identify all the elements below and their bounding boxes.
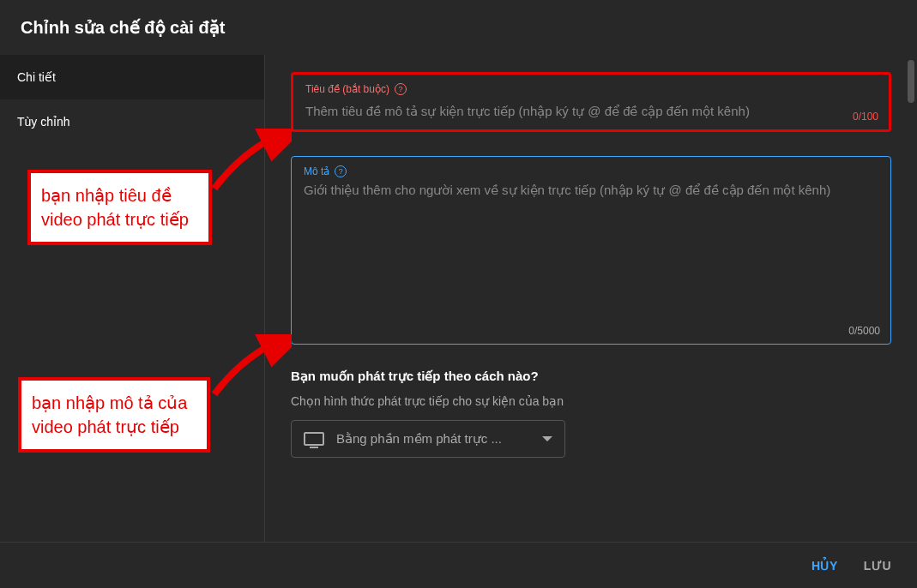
title-label: Tiêu đề (bắt buộc) ? bbox=[305, 83, 877, 95]
description-field-box[interactable]: Mô tả ? 0/5000 bbox=[291, 156, 891, 345]
description-input[interactable] bbox=[304, 177, 878, 332]
help-icon[interactable]: ? bbox=[395, 83, 407, 95]
sidebar-item-details[interactable]: Chi tiết bbox=[0, 55, 264, 99]
stream-method-title: Bạn muốn phát trực tiếp theo cách nào? bbox=[291, 369, 891, 384]
description-label: Mô tả ? bbox=[304, 165, 878, 177]
title-char-count: 0/100 bbox=[853, 111, 878, 123]
annotation-arrow-icon bbox=[206, 334, 292, 403]
dialog-title: Chỉnh sửa chế độ cài đặt bbox=[0, 0, 917, 55]
title-input[interactable] bbox=[305, 95, 877, 121]
help-icon[interactable]: ? bbox=[335, 165, 347, 177]
save-button[interactable]: LƯU bbox=[864, 559, 891, 573]
description-char-count: 0/5000 bbox=[848, 325, 880, 337]
scrollbar-thumb[interactable] bbox=[908, 60, 914, 103]
title-label-text: Tiêu đề (bắt buộc) bbox=[305, 83, 389, 95]
dropdown-selected-text: Bằng phần mềm phát trực ... bbox=[336, 431, 530, 447]
annotation-callout-description: bạn nhập mô tả của video phát trực tiếp bbox=[18, 377, 210, 453]
cancel-button[interactable]: HỦY bbox=[811, 559, 838, 573]
title-field-box[interactable]: Tiêu đề (bắt buộc) ? 0/100 bbox=[291, 72, 891, 132]
stream-method-subtitle: Chọn hình thức phát trực tiếp cho sự kiệ… bbox=[291, 394, 891, 408]
annotation-callout-title: bạn nhập tiêu đề video phát trực tiếp bbox=[27, 170, 212, 245]
annotation-arrow-icon bbox=[206, 129, 292, 197]
description-label-text: Mô tả bbox=[304, 165, 329, 177]
dialog-footer: HỦY LƯU bbox=[0, 542, 917, 588]
main-panel: Tiêu đề (bắt buộc) ? 0/100 Mô tả ? 0/500… bbox=[265, 55, 917, 542]
stream-method-dropdown[interactable]: Bằng phần mềm phát trực ... bbox=[291, 420, 565, 458]
chevron-down-icon bbox=[542, 436, 552, 441]
monitor-icon bbox=[304, 432, 324, 446]
